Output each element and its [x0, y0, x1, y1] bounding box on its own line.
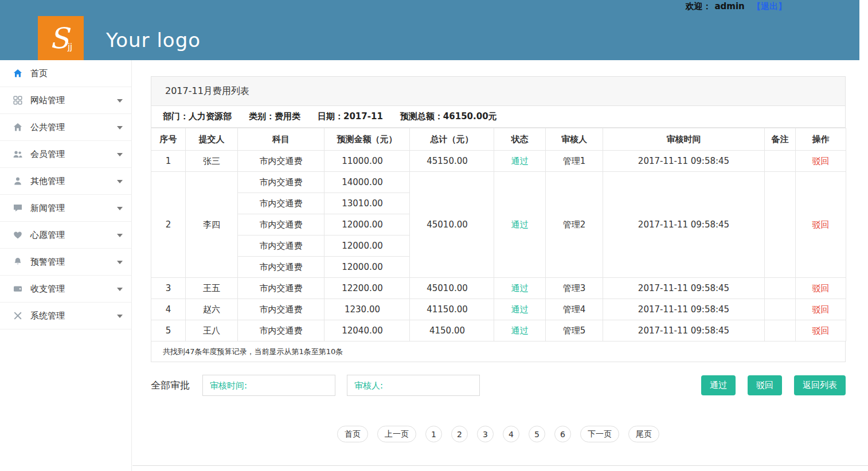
building-icon	[13, 122, 24, 132]
chevron-down-icon[interactable]	[117, 315, 123, 318]
page-number-3-button[interactable]: 3	[477, 426, 494, 442]
back-to-list-button[interactable]: 返回列表	[794, 375, 846, 395]
column-header: 总计（元）	[410, 128, 494, 151]
reject-link[interactable]: 驳回	[812, 304, 830, 315]
cell-subject: 市内交通费	[238, 172, 324, 193]
sidebar: 首页网站管理公共管理会员管理其他管理新闻管理心愿管理预警管理收支管理系统管理	[0, 60, 132, 471]
cell-remark	[765, 172, 796, 278]
page-number-1-button[interactable]: 1	[425, 426, 442, 442]
logo-sub-letters: jj	[68, 42, 72, 52]
filter-value: 46150.00元	[443, 111, 497, 121]
audit-time-input[interactable]	[202, 375, 335, 396]
sidebar-item-1[interactable]: 首页	[0, 60, 131, 87]
user-icon	[13, 176, 24, 186]
welcome-bar: 欢迎：admin 【退出】	[685, 1, 787, 12]
filter-label: 类别：	[249, 111, 275, 121]
table-header-row: 序号提交人科目预测金额（元）总计（元）状态审核人审核时间备注操作	[151, 128, 846, 151]
sidebar-item-label: 网站管理	[30, 95, 65, 106]
sidebar-item-7[interactable]: 心愿管理	[0, 222, 131, 249]
status-pass-link[interactable]: 通过	[511, 325, 529, 336]
chevron-down-icon[interactable]	[117, 180, 123, 183]
page-number-6-button[interactable]: 6	[554, 426, 571, 442]
status-pass-link[interactable]: 通过	[511, 304, 529, 315]
page-number-5-button[interactable]: 5	[529, 426, 545, 442]
wallet-icon	[13, 284, 24, 294]
page-last-button[interactable]: 尾页	[628, 426, 659, 442]
logout-link[interactable]: 【退出】	[752, 1, 787, 11]
status-pass-link[interactable]: 通过	[511, 219, 529, 230]
sidebar-item-6[interactable]: 新闻管理	[0, 195, 131, 222]
filter-item: 预测总额：46150.00元	[400, 111, 497, 122]
expense-table: 序号提交人科目预测金额（元）总计（元）状态审核人审核时间备注操作 1张三市内交通…	[151, 128, 846, 342]
cell-amount: 14000.00	[324, 172, 410, 193]
auditor-input[interactable]	[347, 375, 480, 396]
column-header: 提交人	[186, 128, 238, 151]
page-number-4-button[interactable]: 4	[503, 426, 519, 442]
table-row: 1张三市内交通费11000.0045150.00通过管理12017-11-11 …	[151, 151, 846, 172]
chevron-down-icon[interactable]	[117, 153, 123, 156]
cell-subject: 市内交通费	[238, 193, 324, 214]
cell-amount: 12200.00	[324, 278, 410, 299]
page-number-2-button[interactable]: 2	[451, 426, 468, 442]
reject-link[interactable]: 驳回	[812, 219, 830, 230]
column-header: 操作	[796, 128, 846, 151]
chevron-down-icon[interactable]	[117, 288, 123, 291]
status-pass-link[interactable]: 通过	[511, 156, 529, 166]
sidebar-item-label: 其他管理	[30, 176, 65, 187]
column-header: 序号	[151, 128, 186, 151]
approve-button[interactable]: 通过	[701, 375, 736, 395]
logo-letter: S	[49, 24, 69, 53]
sidebar-item-10[interactable]: 系统管理	[0, 303, 131, 329]
username: admin	[714, 1, 744, 11]
reject-link[interactable]: 驳回	[812, 156, 830, 166]
table-row: 3王五市内交通费12200.0045010.00通过管理32017-11-11 …	[151, 278, 846, 299]
cell-action: 驳回	[796, 299, 846, 320]
cell-amount: 12000.00	[324, 236, 410, 257]
reject-button[interactable]: 驳回	[748, 375, 782, 395]
sidebar-item-9[interactable]: 收支管理	[0, 276, 131, 303]
sidebar-item-2[interactable]: 网站管理	[0, 87, 131, 114]
approval-row: 全部审批 通过 驳回 返回列表	[151, 375, 846, 396]
pagination: 首页上一页123456下一页尾页	[151, 426, 846, 442]
chevron-down-icon[interactable]	[117, 234, 123, 237]
cell-remark	[765, 320, 796, 342]
logo-text: Your logo	[106, 29, 201, 52]
page-prev-button[interactable]: 上一页	[377, 426, 416, 442]
reject-link[interactable]: 驳回	[812, 283, 830, 293]
cell-status: 通过	[494, 320, 546, 342]
home-icon	[13, 68, 24, 78]
cell-status: 通过	[494, 299, 546, 320]
page-next-button[interactable]: 下一页	[580, 426, 619, 442]
sidebar-item-8[interactable]: 预警管理	[0, 249, 131, 276]
chevron-down-icon[interactable]	[117, 261, 123, 264]
cell-subject: 市内交通费	[238, 278, 324, 299]
table-row: 5王八市内交通费12040.004150.00通过管理52017-11-11 0…	[151, 320, 846, 342]
sidebar-item-5[interactable]: 其他管理	[0, 168, 131, 195]
table-row: 4赵六市内交通费1230.0041150.00通过管理42017-11-11 0…	[151, 299, 846, 320]
cell-total: 41150.00	[410, 299, 494, 320]
chevron-down-icon[interactable]	[117, 126, 123, 129]
filter-value: 2017-11	[343, 111, 383, 121]
chevron-down-icon[interactable]	[117, 207, 123, 210]
cell-seq: 4	[151, 299, 186, 320]
cell-subject: 市内交通费	[238, 236, 324, 257]
cell-remark	[765, 151, 796, 172]
sidebar-item-4[interactable]: 会员管理	[0, 141, 131, 168]
cell-subject: 市内交通费	[238, 257, 324, 278]
cell-auditor: 管理2	[546, 172, 603, 278]
cell-amount: 13010.00	[324, 193, 410, 214]
cell-action: 驳回	[796, 278, 846, 299]
cell-amount: 1230.00	[324, 299, 410, 320]
cell-seq: 2	[151, 172, 186, 278]
reject-link[interactable]: 驳回	[812, 325, 830, 336]
cell-submitter: 张三	[186, 151, 238, 172]
status-pass-link[interactable]: 通过	[511, 283, 529, 293]
sidebar-item-label: 会员管理	[30, 149, 65, 160]
cell-amount: 11000.00	[324, 151, 410, 172]
page-first-button[interactable]: 首页	[337, 426, 368, 442]
records-summary: 共找到47条年度预算记录，当前显示从第1条至第10条	[163, 347, 343, 357]
chevron-down-icon[interactable]	[117, 99, 123, 103]
sidebar-item-3[interactable]: 公共管理	[0, 114, 131, 141]
alert-icon	[13, 257, 24, 267]
heart-icon	[13, 230, 24, 240]
